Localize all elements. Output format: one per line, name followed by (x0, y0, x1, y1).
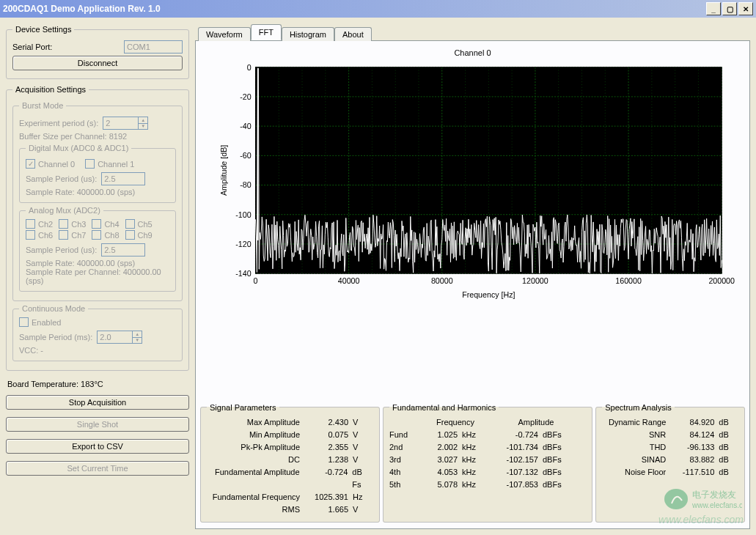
sa-unit: dB (716, 441, 728, 454)
sa-label: SINAD (602, 454, 672, 466)
h-freq: 4.053 (419, 466, 459, 479)
harmonic-row: Fund1.025kHz-0.724dBFs (389, 429, 586, 441)
tab-strip: Waveform FFT Histogram About (195, 23, 750, 41)
signal-param-row: Pk-Pk Amplitude2.355V (207, 441, 373, 454)
amux-sample-rate-label: Sample Rate: 400000.00 (sps) (26, 259, 169, 268)
spectrum-row: SINAD83.882dB (602, 454, 738, 466)
burst-mode-group: Burst Mode Experiment period (s): ▲▼ Buf… (12, 101, 183, 301)
signal-parameters-legend: Signal Parameters (207, 403, 279, 412)
sp-unit: V (350, 503, 358, 516)
spectrum-analysis-legend: Spectrum Analysis (602, 403, 674, 412)
disconnect-button[interactable]: Disconnect (12, 56, 183, 70)
title-bar: 200CDAQ1 Demo Application Rev. 1.0 _ ▢ ✕ (0, 0, 756, 18)
ch3-checkbox: Ch3 (59, 219, 86, 229)
svg-text:-20: -20 (240, 92, 251, 101)
sp-unit: V (350, 416, 358, 429)
h-amp: -107.853 (488, 479, 540, 491)
ch8-checkbox: Ch8 (92, 230, 119, 240)
ch7-checkbox: Ch7 (59, 230, 86, 240)
digital-mux-group: Digital Mux (ADC0 & ADC1) ✓Channel 0 Cha… (19, 144, 176, 203)
spectrum-row: THD-96.133dB (602, 441, 738, 454)
vcc-label: VCC: - (19, 346, 176, 355)
digital-mux-legend: Digital Mux (ADC0 & ADC1) (26, 144, 131, 152)
amux-sample-period-input (101, 243, 145, 257)
h-amp: -101.734 (488, 441, 540, 454)
dmux-sample-period-input (101, 172, 145, 185)
ch2-checkbox: Ch2 (26, 219, 53, 229)
close-button[interactable]: ✕ (738, 2, 753, 15)
continuous-sample-period-input (97, 331, 132, 344)
tab-fft[interactable]: FFT (251, 24, 282, 40)
experiment-period-label: Experiment period (s): (19, 119, 98, 128)
acquisition-settings-legend: Acquisition Settings (12, 85, 89, 94)
sp-value: 1.238 (306, 454, 350, 466)
sp-label: Fundamental Amplitude (207, 466, 306, 491)
acquisition-settings-group: Acquisition Settings Burst Mode Experime… (6, 85, 189, 371)
serial-port-label: Serial Port: (12, 43, 120, 51)
sp-label: Min Amplitude (207, 429, 306, 441)
sa-value: 84.920 (672, 416, 716, 429)
serial-port-input (124, 40, 183, 54)
sp-unit: V (350, 454, 358, 466)
channel1-checkbox: Channel 1 (85, 159, 134, 169)
h-label: 4th (389, 466, 419, 479)
spectrum-analysis-group: Spectrum Analysis Dynamic Range84.920dBS… (595, 403, 745, 523)
export-csv-button[interactable]: Export to CSV (6, 439, 189, 454)
signal-param-row: Fundamental Frequency1025.391Hz (207, 491, 373, 503)
sa-value: -96.133 (672, 441, 716, 454)
harmonics-freq-header: Frequency (419, 416, 492, 429)
amux-sample-rate-per-ch-label: Sample Rate per Channel: 400000.00 (sps) (26, 268, 169, 285)
board-temperature-label: Board Temperature: 183°C (6, 375, 189, 390)
sp-label: Fundamental Frequency (207, 491, 306, 503)
spin-up-icon: ▲ (139, 117, 147, 124)
sa-value: -117.510 (672, 466, 716, 479)
burst-mode-legend: Burst Mode (19, 101, 66, 110)
h-aunit: dBFs (540, 429, 562, 441)
signal-param-row: DC1.238V (207, 454, 373, 466)
single-shot-button: Single Shot (6, 417, 189, 432)
spectrum-row: Dynamic Range84.920dB (602, 416, 738, 429)
harmonic-row: 5th5.078kHz-107.853dBFs (389, 479, 586, 491)
tab-about[interactable]: About (334, 27, 372, 41)
h-freq: 3.027 (419, 454, 459, 466)
svg-text:Frequency [Hz]: Frequency [Hz] (462, 290, 515, 299)
harmonics-amp-header: Amplitude (492, 416, 580, 429)
svg-text:-100: -100 (235, 210, 251, 219)
h-funit: kHz (459, 429, 488, 441)
signal-parameters-group: Signal Parameters Max Amplitude2.430VMin… (200, 403, 380, 523)
harmonic-row: 2nd2.002kHz-101.734dBFs (389, 441, 586, 454)
amux-sample-period-label: Sample Period (us): (26, 246, 97, 254)
sp-label: Pk-Pk Amplitude (207, 441, 306, 454)
dmux-sample-period-label: Sample Period (us): (26, 174, 97, 183)
minimize-button[interactable]: _ (706, 2, 721, 15)
h-amp: -0.724 (488, 429, 540, 441)
sp-label: RMS (207, 503, 306, 516)
analog-mux-legend: Analog Mux (ADC2) (26, 206, 103, 215)
ch4-checkbox: Ch4 (92, 219, 119, 229)
analog-mux-group: Analog Mux (ADC2) Ch2 Ch3 Ch4 Ch5 Ch6 Ch… (19, 206, 176, 292)
h-aunit: dBFs (540, 454, 562, 466)
h-label: 2nd (389, 441, 419, 454)
sa-unit: dB (716, 429, 728, 441)
window-title: 200CDAQ1 Demo Application Rev. 1.0 (3, 4, 705, 14)
ch9-checkbox: Ch9 (125, 230, 153, 240)
svg-text:-140: -140 (235, 269, 251, 278)
stop-acquisition-button[interactable]: Stop Acquisition (6, 395, 189, 410)
spectrum-row: SNR84.124dB (602, 429, 738, 441)
svg-text:80000: 80000 (431, 276, 453, 285)
spectrum-row: Noise Floor-117.510dB (602, 466, 738, 479)
harmonic-row: 3rd3.027kHz-102.157dBFs (389, 454, 586, 466)
sa-unit: dB (716, 466, 728, 479)
signal-param-row: RMS1.665V (207, 503, 373, 516)
tab-waveform[interactable]: Waveform (198, 27, 251, 41)
continuous-mode-group: Continuous Mode Enabled Sample Period (m… (12, 304, 183, 361)
svg-text:Amplitude [dB]: Amplitude [dB] (219, 145, 228, 196)
h-label: Fund (389, 429, 419, 441)
svg-text:200000: 200000 (708, 276, 735, 285)
h-label: 3rd (389, 454, 419, 466)
ch5-checkbox: Ch5 (125, 219, 153, 229)
maximize-button[interactable]: ▢ (722, 2, 737, 15)
svg-rect-0 (255, 67, 722, 273)
h-funit: kHz (459, 454, 488, 466)
tab-histogram[interactable]: Histogram (282, 27, 334, 41)
